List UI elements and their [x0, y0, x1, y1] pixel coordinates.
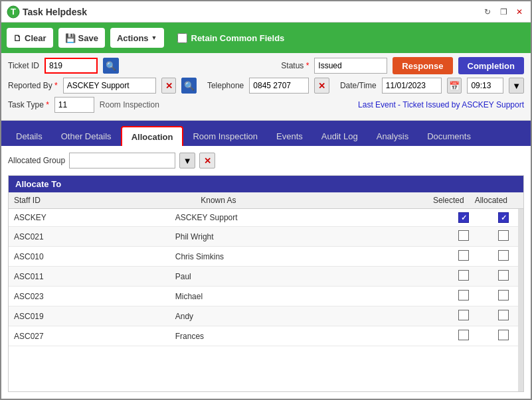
ticket-id-search-button[interactable]: 🔍 [103, 58, 119, 74]
form-row-2: Reported By ✕ 🔍 Telephone ✕ Date/Time 📅 … [8, 78, 524, 94]
form-row-1: Ticket ID 🔍 Status Response Completion [8, 57, 524, 74]
cell-allocated [484, 306, 523, 326]
cell-allocated [484, 326, 523, 346]
cell-staff-id: ASC019 [9, 306, 170, 326]
selected-checkbox[interactable] [458, 310, 469, 320]
allocated-group-input[interactable] [69, 153, 175, 168]
allocated-checkbox[interactable] [498, 230, 509, 241]
tab-events[interactable]: Events [267, 126, 312, 146]
cell-known-as: Chris Simkins [170, 247, 444, 267]
clear-x-icon-2: ✕ [318, 81, 325, 91]
actions-button[interactable]: Actions ▼ [110, 28, 164, 48]
task-type-label: Task Type [8, 100, 49, 109]
cell-selected [444, 306, 484, 326]
toolbar: 🗋 Clear 💾 Save Actions ▼ Retain Common F… [1, 23, 531, 53]
reported-by-input[interactable] [63, 78, 156, 94]
status-label: Status [281, 61, 309, 70]
cell-staff-id: ASC011 [9, 267, 170, 287]
time-dropdown-button[interactable]: ▼ [509, 78, 524, 94]
tab-allocation[interactable]: Allocation [121, 126, 184, 146]
cell-selected [444, 227, 484, 247]
time-dropdown-icon: ▼ [512, 81, 521, 91]
col-selected: Selected [428, 192, 470, 209]
calendar-icon: 📅 [449, 81, 460, 91]
allocated-group-dropdown-button[interactable]: ▼ [179, 153, 195, 168]
cell-known-as: Michael [170, 287, 444, 306]
allocate-to-table-container: Allocate To Staff ID Known As Selected A… [8, 175, 524, 392]
response-button[interactable]: Response [393, 57, 452, 74]
allocated-checkbox[interactable] [498, 290, 509, 300]
group-dropdown-icon: ▼ [183, 156, 192, 166]
table-row: ASC021Phil Wright [9, 227, 523, 247]
content-area: Allocated Group ▼ ✕ Allocate To Staff ID… [1, 146, 531, 399]
tab-analysis[interactable]: Analysis [367, 126, 418, 146]
window-title: Task Helpdesk [23, 7, 482, 17]
cell-selected [444, 209, 484, 227]
table-row: ASC027Frances [9, 326, 523, 346]
selected-checkbox[interactable] [458, 250, 469, 261]
main-window: T Task Helpdesk ↻ ❐ ✕ 🗋 Clear 💾 Save Act… [0, 0, 532, 400]
close-button[interactable]: ✕ [513, 6, 525, 18]
cell-staff-id: ASC021 [9, 227, 170, 247]
search-icon-2: 🔍 [184, 81, 195, 91]
refresh-button[interactable]: ↻ [482, 6, 493, 18]
table-row: ASC011Paul [9, 267, 523, 287]
save-button[interactable]: 💾 Save [58, 28, 105, 48]
task-type-input[interactable] [54, 97, 94, 113]
cell-allocated [484, 227, 523, 247]
selected-checkbox[interactable] [458, 270, 469, 281]
cell-staff-id: ASCKEY [9, 209, 170, 227]
tab-room-inspection[interactable]: Room Inspection [183, 126, 267, 146]
table-row: ASC010Chris Simkins [9, 247, 523, 267]
tab-other-details[interactable]: Other Details [52, 126, 121, 146]
time-input[interactable] [467, 78, 503, 94]
allocated-group-clear-button[interactable]: ✕ [199, 153, 215, 168]
reported-by-clear-button[interactable]: ✕ [161, 78, 177, 94]
datetime-input[interactable] [382, 78, 442, 94]
retain-common-fields-checkbox[interactable] [177, 33, 187, 43]
form-row-3: Task Type Room Inspection Last Event - T… [8, 97, 524, 113]
col-staff-id: Staff ID [9, 192, 195, 209]
scrollbar[interactable] [518, 209, 523, 391]
retain-common-fields-label: Retain Common Fields [177, 33, 285, 43]
completion-button[interactable]: Completion [458, 57, 525, 74]
ticket-id-label: Ticket ID [8, 61, 39, 70]
cell-allocated [484, 209, 523, 227]
status-input[interactable] [314, 58, 387, 74]
telephone-clear-button[interactable]: ✕ [314, 78, 329, 94]
allocate-to-title: Allocate To [9, 176, 523, 192]
selected-checkbox[interactable] [458, 290, 469, 300]
clear-button[interactable]: 🗋 Clear [7, 28, 53, 48]
tab-details[interactable]: Details [7, 126, 52, 146]
calendar-button[interactable]: 📅 [447, 78, 462, 94]
allocated-checkbox[interactable] [498, 250, 509, 261]
ticket-id-input[interactable] [44, 58, 98, 74]
allocated-checkbox[interactable] [498, 212, 509, 223]
cell-known-as: Frances [170, 326, 444, 346]
tab-audit-log[interactable]: Audit Log [312, 126, 367, 146]
selected-checkbox[interactable] [458, 230, 469, 241]
cell-known-as: Phil Wright [170, 227, 444, 247]
table-row: ASC019Andy [9, 306, 523, 326]
telephone-label: Telephone [207, 81, 244, 90]
tab-documents[interactable]: Documents [418, 126, 480, 146]
table-row: ASCKEYASCKEY Support [9, 209, 523, 227]
selected-checkbox[interactable] [458, 212, 469, 223]
titlebar: T Task Helpdesk ↻ ❐ ✕ [1, 1, 531, 23]
allocated-checkbox[interactable] [498, 310, 509, 320]
restore-button[interactable]: ❐ [497, 6, 509, 18]
allocated-checkbox[interactable] [498, 270, 509, 281]
form-area: Ticket ID 🔍 Status Response Completion R… [1, 53, 531, 121]
allocated-checkbox[interactable] [498, 330, 509, 340]
selected-checkbox[interactable] [458, 330, 469, 340]
table-body-wrapper[interactable]: ASCKEYASCKEY SupportASC021Phil WrightASC… [9, 209, 523, 391]
app-icon: T [7, 5, 20, 19]
table-row: ASC023Michael [9, 287, 523, 306]
cell-known-as: ASCKEY Support [170, 209, 444, 227]
col-allocated: Allocated [470, 192, 513, 209]
cell-allocated [484, 267, 523, 287]
cell-selected [444, 326, 484, 346]
cell-selected [444, 287, 484, 306]
telephone-input[interactable] [249, 78, 309, 94]
reported-by-search-button[interactable]: 🔍 [181, 78, 197, 94]
